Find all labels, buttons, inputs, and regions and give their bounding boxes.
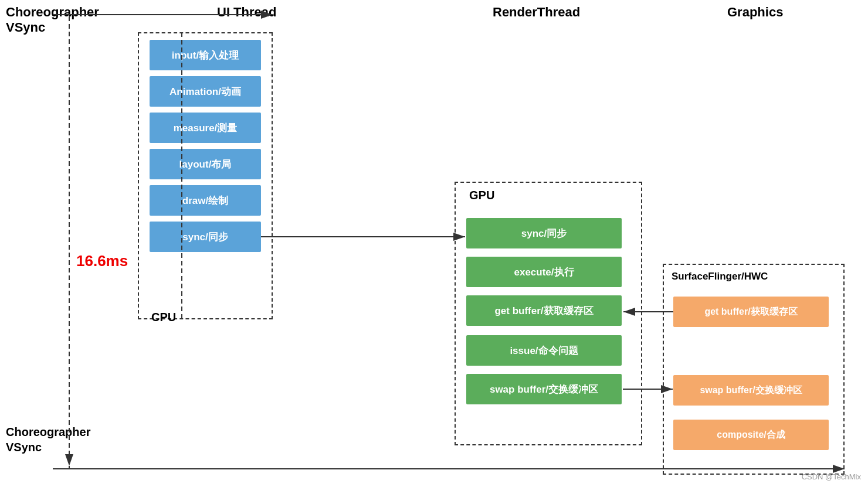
sf-block-getbuffer: get buffer/获取缓存区: [673, 297, 829, 327]
gpu-block-sync: sync/同步: [466, 218, 622, 248]
gpu-label: GPU: [469, 189, 494, 202]
watermark: CSDN @TechMix: [802, 472, 861, 481]
cpu-block-measure: measure/测量: [150, 113, 261, 143]
diagram-container: ChoreographerVSync UI Thread RenderThrea…: [0, 0, 868, 487]
render-thread-header: RenderThread: [493, 5, 580, 20]
cpu-block-animation: Animation/动画: [150, 76, 261, 107]
choreographer-vsync-bottom: ChoreographerVSync: [6, 424, 90, 455]
gpu-block-execute: execute/执行: [466, 257, 622, 287]
cpu-block-input: input/输入处理: [150, 40, 261, 70]
choreographer-vsync-header: ChoreographerVSync: [6, 5, 99, 35]
cpu-block-layout: layout/布局: [150, 149, 261, 179]
gpu-block-getbuffer: get buffer/获取缓存区: [466, 295, 622, 326]
cpu-block-draw: draw/绘制: [150, 185, 261, 216]
sf-block-swapbuffer: swap buffer/交换缓冲区: [673, 375, 829, 406]
sf-label: SurfaceFlinger/HWC: [672, 271, 768, 282]
gpu-block-swapbuffer: swap buffer/交换缓冲区: [466, 374, 622, 404]
cpu-label: CPU: [151, 311, 176, 324]
timing-label: 16.6ms: [76, 252, 128, 270]
gpu-block-issue: issue/命令问题: [466, 335, 622, 366]
cpu-block-sync: sync/同步: [150, 222, 261, 252]
ui-thread-header: UI Thread: [217, 5, 276, 20]
sf-block-composite: composite/合成: [673, 420, 829, 450]
graphics-header: Graphics: [727, 5, 783, 20]
